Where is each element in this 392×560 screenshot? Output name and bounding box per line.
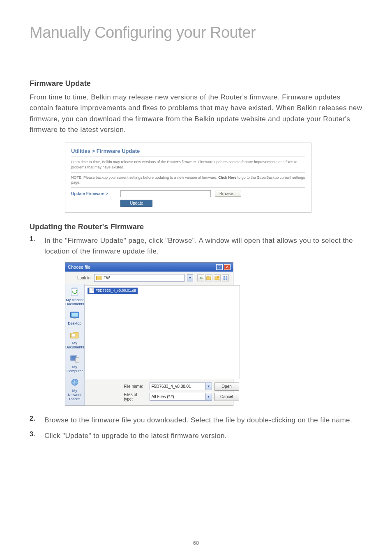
file-list-area[interactable]: F5D7633_4_v0.00.01.dlf [85,285,240,379]
chevron-down-icon[interactable]: ▼ [206,393,212,401]
update-button[interactable]: Update [120,200,152,207]
places-bar: My Recent Documents Desktop My Documents… [65,284,85,406]
lookin-label: Look in: [69,276,92,280]
step-text: Browse to the firmware file you download… [44,415,362,426]
browse-button[interactable]: Browse... [215,191,241,197]
update-firmware-label: Update Firmware > [71,191,116,196]
svg-rect-6 [226,278,227,280]
router-ui-screenshot: Utilities > Firmware Update From time to… [65,143,311,213]
step-text: Click "Update" to upgrade to the latest … [44,431,362,441]
firmware-path-input[interactable] [120,190,211,197]
places-network[interactable]: My Network Places [65,378,84,401]
dialog-title: Choose file [68,265,90,270]
view-menu-icon[interactable] [222,274,229,281]
lookin-dropdown[interactable]: FW [94,274,184,282]
router-ui-desc: From time to time, Belkin may release ne… [71,159,305,169]
file-item-selected[interactable]: F5D7633_4_v0.00.01.dlf [88,288,138,294]
router-ui-title: Utilities > Firmware Update [71,148,305,154]
new-folder-icon[interactable] [214,274,221,281]
router-ui-note: NOTE: Please backup your current setting… [71,175,305,185]
places-recent[interactable]: My Recent Documents [65,287,84,307]
updating-firmware-heading: Updating the Router's Firmware [30,223,362,231]
svg-rect-10 [73,318,76,320]
divider [71,187,305,188]
file-dialog-screenshot: Choose file ? ✕ Look in: FW ▼ ⇦ [65,262,233,406]
firmware-update-heading: Firmware Update [30,79,362,88]
svg-rect-11 [71,334,75,337]
file-icon [89,288,94,293]
lookin-row: Look in: FW ▼ ⇦ [65,272,233,284]
divider [71,172,305,173]
svg-point-2 [217,276,220,278]
note-prefix: NOTE: Please backup your current setting… [71,175,218,180]
desktop-icon [69,310,81,321]
chevron-down-icon[interactable]: ▼ [206,383,212,390]
places-recent-label: My Recent Documents [65,298,84,307]
recent-docs-icon [69,287,81,297]
folder-icon [96,276,101,280]
svg-rect-0 [207,277,211,280]
places-desktop[interactable]: Desktop [68,310,81,326]
step-number: 1. [30,235,44,257]
places-network-label: My Network Places [65,389,84,401]
step-number: 3. [30,431,44,441]
svg-rect-14 [76,358,79,363]
up-folder-icon[interactable] [205,274,212,281]
svg-rect-9 [71,313,78,317]
places-documents[interactable]: My Documents [65,330,84,350]
network-icon [69,378,81,388]
filename-label: File name: [122,384,147,389]
page-number: 60 [0,540,392,546]
lookin-value: FW [104,276,110,280]
chevron-down-icon[interactable]: ▼ [187,274,193,281]
places-desktop-label: Desktop [68,322,81,326]
places-computer-label: My Computer [65,365,84,373]
file-item-label: F5D7633_4_v0.00.01.dlf [96,288,136,293]
close-icon[interactable]: ✕ [224,264,231,270]
open-button[interactable]: Open [214,383,239,391]
cancel-button[interactable]: Cancel [214,393,239,401]
svg-rect-5 [224,278,225,280]
click-here-link[interactable]: Click Here [218,175,236,180]
filetype-dropdown[interactable] [150,393,206,401]
step-text: In the "Firmware Update" page, click "Br… [44,235,362,257]
update-firmware-row: Update Firmware > Browse... [71,190,305,197]
places-documents-label: My Documents [65,341,84,350]
step-1: 1. In the "Firmware Update" page, click … [30,235,362,257]
dialog-titlebar: Choose file ? ✕ [65,263,233,272]
page-title: Manually Configuring your Router [30,24,362,41]
svg-rect-3 [224,276,225,277]
filetype-label: Files of type: [122,392,147,401]
divider [71,157,305,157]
help-icon[interactable]: ? [216,264,223,270]
step-number: 2. [30,415,44,426]
filename-input[interactable] [150,383,206,390]
step-3: 3. Click "Update" to upgrade to the late… [30,431,362,441]
firmware-update-body: From time to time, Belkin may release ne… [30,92,362,135]
documents-icon [69,330,81,341]
places-computer[interactable]: My Computer [65,354,84,373]
step-2: 2. Browse to the firmware file you downl… [30,415,362,426]
back-icon[interactable]: ⇦ [197,274,204,281]
computer-icon [69,354,81,364]
svg-rect-4 [226,276,227,277]
